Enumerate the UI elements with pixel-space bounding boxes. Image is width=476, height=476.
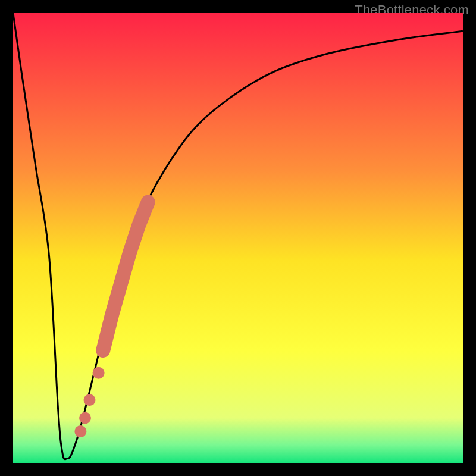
- data-point: [79, 412, 91, 424]
- bottleneck-chart: [13, 13, 463, 463]
- data-point: [84, 394, 96, 406]
- data-point: [74, 425, 86, 437]
- gradient-background: [13, 13, 463, 463]
- data-point: [93, 367, 105, 379]
- chart-frame: TheBottleneck.com: [0, 0, 476, 476]
- plot-area: [13, 13, 463, 463]
